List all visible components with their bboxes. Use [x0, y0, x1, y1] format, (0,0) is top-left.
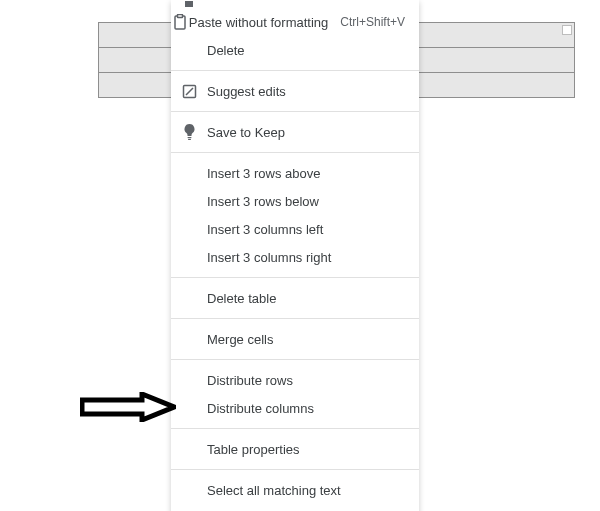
- menu-item-insert-columns-right[interactable]: Insert 3 columns right: [171, 243, 419, 271]
- menu-item-label: Suggest edits: [207, 85, 405, 98]
- clipboard-icon: [171, 14, 189, 30]
- menu-item-distribute-columns[interactable]: Distribute columns: [171, 394, 419, 422]
- context-menu: Paste without formatting Ctrl+Shift+V De…: [171, 0, 419, 511]
- menu-item-label: Delete table: [207, 292, 405, 305]
- menu-separator: [171, 277, 419, 278]
- menu-item-insert-columns-left[interactable]: Insert 3 columns left: [171, 215, 419, 243]
- paste-icon: [185, 1, 193, 7]
- menu-separator: [171, 359, 419, 360]
- svg-rect-4: [188, 139, 191, 140]
- menu-item-label: Save to Keep: [207, 126, 405, 139]
- menu-item-distribute-rows[interactable]: Distribute rows: [171, 366, 419, 394]
- menu-item-insert-rows-below[interactable]: Insert 3 rows below: [171, 187, 419, 215]
- menu-item-cutoff: [171, 0, 419, 8]
- menu-item-suggest-edits[interactable]: Suggest edits: [171, 77, 419, 105]
- menu-item-label: Insert 3 rows below: [207, 195, 405, 208]
- menu-item-paste-without-formatting[interactable]: Paste without formatting Ctrl+Shift+V: [171, 8, 419, 36]
- svg-rect-3: [187, 137, 191, 138]
- lightbulb-icon: [171, 124, 207, 140]
- menu-item-select-matching-text[interactable]: Select all matching text: [171, 476, 419, 504]
- menu-item-table-properties[interactable]: Table properties: [171, 435, 419, 463]
- menu-item-label: Paste without formatting: [189, 16, 328, 29]
- menu-item-label: Distribute columns: [207, 402, 405, 415]
- menu-item-label: Insert 3 columns left: [207, 223, 405, 236]
- menu-separator: [171, 469, 419, 470]
- menu-item-shortcut: Ctrl+Shift+V: [340, 15, 405, 29]
- menu-item-update-normal-text[interactable]: Update 'Normal text' to match: [171, 504, 419, 511]
- menu-separator: [171, 318, 419, 319]
- menu-separator: [171, 428, 419, 429]
- menu-item-label: Delete: [207, 44, 405, 57]
- menu-item-label: Table properties: [207, 443, 405, 456]
- menu-item-delete[interactable]: Delete: [171, 36, 419, 64]
- annotation-arrow-icon: [80, 392, 176, 422]
- menu-separator: [171, 111, 419, 112]
- suggest-edits-icon: [171, 84, 207, 99]
- menu-item-delete-table[interactable]: Delete table: [171, 284, 419, 312]
- svg-rect-1: [177, 15, 182, 18]
- menu-separator: [171, 152, 419, 153]
- menu-separator: [171, 70, 419, 71]
- cell-handle-icon: [562, 25, 572, 35]
- menu-item-insert-rows-above[interactable]: Insert 3 rows above: [171, 159, 419, 187]
- menu-item-label: Select all matching text: [207, 484, 405, 497]
- menu-item-label: Insert 3 rows above: [207, 167, 405, 180]
- menu-item-label: Merge cells: [207, 333, 405, 346]
- menu-item-label: Insert 3 columns right: [207, 251, 405, 264]
- menu-item-save-to-keep[interactable]: Save to Keep: [171, 118, 419, 146]
- menu-item-merge-cells[interactable]: Merge cells: [171, 325, 419, 353]
- menu-item-label: Distribute rows: [207, 374, 405, 387]
